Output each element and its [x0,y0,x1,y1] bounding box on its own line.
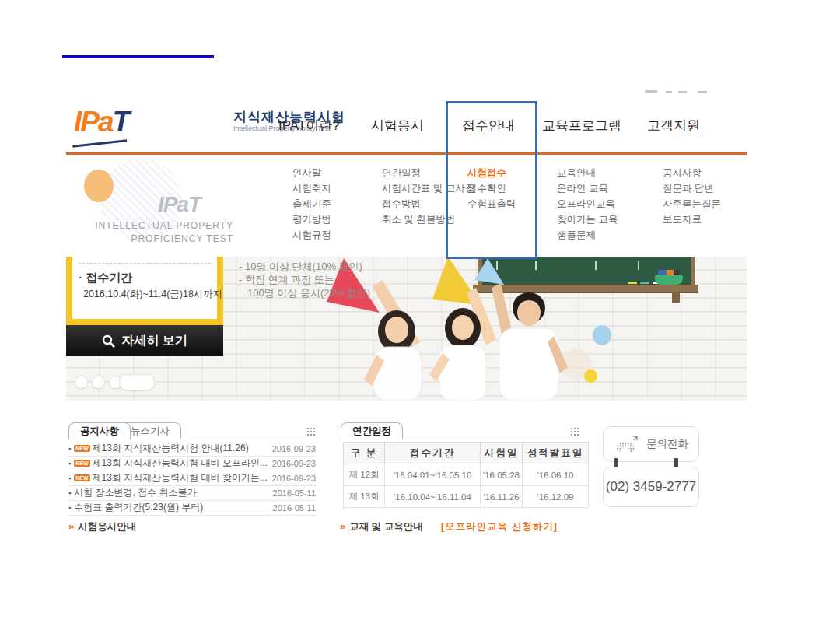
menu-link[interactable]: 질문과 답변 [663,180,721,196]
watermark-orange-circle [84,170,114,202]
new-badge: NEW [74,474,89,481]
mega-menu-col-support: 공지사항 질문과 답변 자주묻는질문 보도자료 [663,165,721,227]
notice-date: 2016-05-11 [273,488,316,498]
cell-result-date: '16.06.10 [523,464,589,486]
apply-period-label: · 접수기간 [79,271,132,285]
col-header: 성적발표일 [523,443,589,464]
apply-period-inner: · 접수기간 2016.10.4(화)~11.4(금)18시까지 [72,257,217,319]
col-header: 시험일 [481,443,523,464]
menu-link[interactable]: 교육안내 [557,165,618,180]
eraser [655,275,683,285]
logo-text-navy: T [113,106,129,138]
tab-notice[interactable]: 공지사항 [68,422,131,439]
notice-title: 제13회 지식재산능력시험 안내(11.26) [93,442,268,455]
quicklink-education-guide[interactable]: »교재 및 교육안내 [340,520,423,534]
quicklink-label: [오프라인교육 신청하기] [441,521,558,532]
quicklink-exam-guide[interactable]: »시험응시안내 [68,520,136,534]
cell-period: '16.04.01~'16.05.10 [385,464,481,486]
carousel-dot[interactable] [75,376,88,389]
chalk-yellow [628,282,637,284]
promo-text: - 10명 이상 단체(10% 할인) - 학점 연계 과정 또는 100명 이… [239,260,370,299]
notice-item[interactable]: ▪ NEW 제13회 지식재산능력시험 안내(11.26) 2016-09-23 [68,441,316,457]
menu-link[interactable]: 온라인 교육 [557,180,618,196]
quicklink-offline-apply[interactable]: [오프라인교육 신청하기] [441,520,558,534]
cell-session: 제 13회 [344,486,385,508]
nav-item-education[interactable]: 교육프로그램 [542,117,621,135]
tab-schedule[interactable]: 연간일정 [341,422,403,439]
menu-link[interactable]: 찾아가는 교육 [557,212,618,227]
promo-line: - 10명 이상 단체(10% 할인) [239,260,370,273]
chevron-icon: » [68,520,74,532]
schedule-more-icon[interactable] [571,428,579,436]
menu-link[interactable]: 샘플문제 [557,227,618,243]
annotation-blue-line [62,55,214,58]
apply-period-box: · 접수기간 2016.10.4(화)~11.4(금)18시까지 [66,257,223,325]
notice-item[interactable]: ▪ 수험표 출력기간(5.23(월) 부터) 2016-05-11 [68,500,316,516]
mega-menu-col-education: 교육안내 온라인 교육 오프라인교육 찾아가는 교육 샘플문제 [557,165,618,243]
menu-link[interactable]: 인사말 [292,165,331,180]
carousel-dot[interactable] [92,376,105,389]
dotted-separator [79,263,211,264]
notice-date: 2016-05-11 [273,503,316,513]
carousel-dot-active[interactable] [119,374,155,390]
cropped-utility-text [678,91,687,93]
contact-label: 문의전화 [646,437,688,451]
apply-period-value: 2016.10.4(화)~11.4(금)18시까지 [83,288,222,301]
watermark-text-line2: PROFICIENCY TEST [86,233,233,244]
cell-result-date: '16.12.09 [523,486,589,508]
bullet-icon: ▪ [68,489,71,497]
watermark-text-line1: INTELLECTUAL PROPERTY [86,220,233,231]
cropped-utility-text [645,90,657,93]
quicklink-label: 시험응시안내 [78,521,136,532]
notice-date: 2016-09-23 [272,444,316,453]
nav-item-support[interactable]: 고객지원 [647,117,700,135]
nav-item-about[interactable]: IPAT이란? [278,117,340,135]
cell-session: 제 12회 [344,464,385,486]
col-header: 접수기간 [385,443,481,464]
menu-link[interactable]: 시험규정 [292,227,331,243]
chalkboard-leg [672,292,680,303]
search-icon [102,334,115,348]
notice-item[interactable]: ▪ NEW 제13회 지식재산능력시험 대비 오프라인... 2016-09-2… [68,456,316,471]
menu-link[interactable]: 보도자료 [663,212,721,227]
menu-link[interactable]: 시험취지 [292,180,331,196]
notice-title: 수험표 출력기간(5.23(월) 부터) [74,501,268,514]
contact-phone-box: (02) 3459-2777 [603,467,699,507]
phone-icon [614,434,640,454]
nav-item-exam[interactable]: 시험응시 [371,117,424,135]
ipat-logo[interactable]: IPaT [74,106,128,138]
bullet-icon: ▪ [68,460,71,467]
contact-phone-number: (02) 3459-2777 [606,479,696,495]
notice-title: 시험 장소변경, 접수 취소불가 [74,486,268,499]
chalk-mark [638,261,639,270]
cell-period: '16.10.04~'16.11.04 [385,486,481,508]
notice-item[interactable]: ▪ NEW 제13회 지식재산능력시험 대비 찾아가는... 2016-09-2… [68,471,316,486]
annotation-highlight-box [446,101,537,259]
main-banner[interactable]: (5,000) [66,257,747,401]
eraser-brush [658,270,680,275]
menu-link[interactable]: 공지사항 [663,165,721,180]
notice-title: 제13회 지식재산능력시험 대비 찾아가는... [93,471,268,485]
menu-link[interactable]: 출제기준 [292,196,331,212]
promo-line: 100명 이상 응시(25% 할인) [239,286,370,299]
chevron-icon: » [340,520,345,532]
page: IPaT 지식재산능력시험 Intellectual Property Abil… [0,0,840,630]
contact-label-box: 문의전화 [603,426,699,462]
menu-link[interactable]: 자주묻는질문 [663,196,721,212]
cropped-utility-text [698,91,707,93]
new-badge: NEW [74,460,89,467]
schedule-table: 구 분 접수기간 시험일 성적발표일 제 12회 '16.04.01~'16.0… [343,442,589,508]
menu-link[interactable]: 오프라인교육 [557,196,618,212]
notice-more-icon[interactable] [307,428,316,436]
notice-date: 2016-09-23 [272,459,316,468]
logo-text-orange: IPa [74,106,113,138]
notice-title: 제13회 지식재산능력시험 대비 오프라인... [93,457,268,470]
watermark-logo: IPaT [158,192,201,217]
bullet-icon: ▪ [68,504,71,512]
new-badge: NEW [74,445,89,452]
detail-button[interactable]: 자세히 보기 [66,325,223,356]
bullet-icon: ▪ [68,474,71,482]
promo-line: - 학점 연계 과정 또는 [239,273,370,286]
notice-item[interactable]: ▪ 시험 장소변경, 접수 취소불가 2016-05-11 [68,485,316,501]
menu-link[interactable]: 평가방법 [292,212,331,227]
